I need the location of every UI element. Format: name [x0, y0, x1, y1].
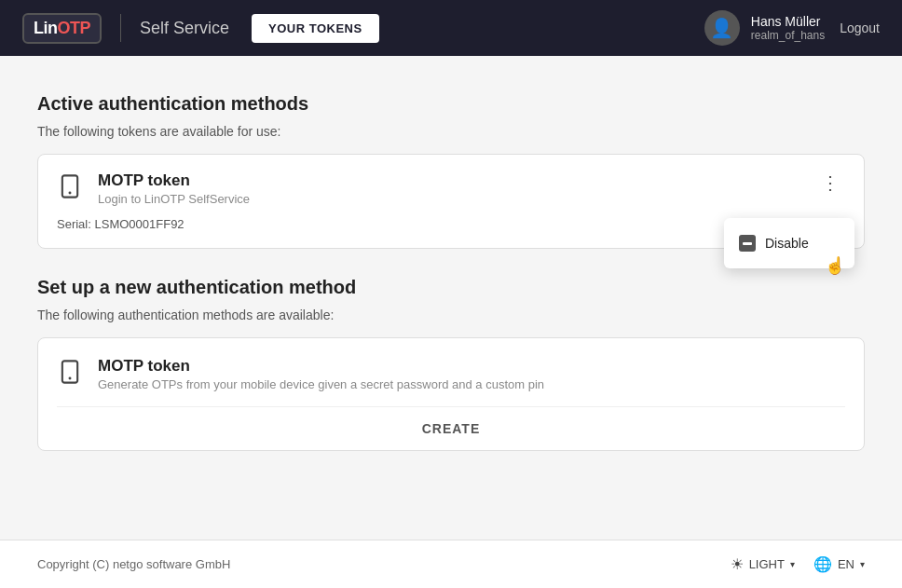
setup-token-name: MOTP token — [98, 357, 544, 376]
create-button[interactable]: CREATE — [422, 421, 481, 436]
create-btn-row: CREATE — [57, 406, 845, 450]
logo-area: LinOTP — [22, 13, 102, 44]
copyright: Copyright (C) netgo software GmbH — [37, 557, 230, 571]
token-info: MOTP token Login to LinOTP SelfService — [57, 171, 250, 206]
language-toggle-button[interactable]: 🌐 EN ▾ — [813, 555, 865, 573]
setup-token-text: MOTP token Generate OTPs from your mobil… — [98, 357, 544, 391]
setup-title: Set up a new authentication method — [37, 277, 865, 298]
logo-otp: OTP — [58, 19, 91, 37]
main-header: LinOTP Self Service YOUR TOKENS 👤 Hans M… — [0, 0, 902, 56]
logout-button[interactable]: Logout — [840, 21, 880, 35]
active-token-description: Login to LinOTP SelfService — [98, 192, 250, 206]
disable-label: Disable — [765, 236, 809, 251]
user-info: 👤 Hans Müller realm_of_hans — [704, 10, 825, 46]
setup-card-header: MOTP token Generate OTPs from your mobil… — [57, 357, 845, 391]
setup-card: MOTP token Generate OTPs from your mobil… — [37, 337, 865, 451]
setup-token-icon — [57, 359, 83, 391]
active-methods-subtitle: The following tokens are available for u… — [37, 124, 865, 139]
header-divider — [120, 14, 121, 42]
logo: LinOTP — [22, 13, 102, 44]
active-token-name: MOTP token — [98, 171, 250, 190]
user-icon: 👤 — [710, 17, 733, 39]
globe-icon: 🌐 — [813, 555, 832, 573]
token-text: MOTP token Login to LinOTP SelfService — [98, 171, 250, 206]
logo-lin: Lin — [34, 19, 58, 37]
active-methods-title: Active authentication methods — [37, 93, 865, 115]
kebab-menu-button[interactable]: ⋮ — [815, 171, 845, 194]
user-realm: realm_of_hans — [751, 29, 825, 42]
disable-icon — [739, 235, 756, 252]
active-token-card: MOTP token Login to LinOTP SelfService ⋮… — [37, 154, 865, 249]
serial-label: Serial: — [57, 217, 91, 231]
kebab-container: ⋮ Disable ☝ — [815, 171, 845, 194]
lang-chevron-down-icon: ▾ — [860, 559, 865, 569]
avatar: 👤 — [704, 10, 740, 46]
self-service-label: Self Service — [140, 19, 229, 38]
dropdown-menu: Disable ☝ — [724, 218, 854, 268]
motp-token-icon — [57, 173, 83, 206]
header-right: 👤 Hans Müller realm_of_hans Logout — [704, 10, 880, 46]
footer-controls: ☀ LIGHT ▾ 🌐 EN ▾ — [731, 555, 865, 573]
setup-token-description: Generate OTPs from your mobile device gi… — [98, 377, 544, 391]
serial-value: LSMO0001FF92 — [94, 217, 184, 231]
main-content: Active authentication methods The follow… — [0, 56, 902, 498]
your-tokens-button[interactable]: YOUR TOKENS — [252, 14, 379, 43]
sun-icon: ☀ — [731, 555, 744, 573]
cursor-icon: ☝ — [825, 255, 845, 276]
footer: Copyright (C) netgo software GmbH ☀ LIGH… — [0, 540, 902, 588]
setup-subtitle: The following authentication methods are… — [37, 308, 865, 322]
theme-label: LIGHT — [749, 557, 785, 571]
chevron-down-icon: ▾ — [790, 559, 795, 569]
token-card-header: MOTP token Login to LinOTP SelfService ⋮… — [57, 171, 845, 206]
user-name: Hans Müller — [751, 14, 825, 29]
user-text: Hans Müller realm_of_hans — [751, 14, 825, 42]
lang-label: EN — [838, 557, 854, 571]
theme-toggle-button[interactable]: ☀ LIGHT ▾ — [731, 555, 795, 573]
